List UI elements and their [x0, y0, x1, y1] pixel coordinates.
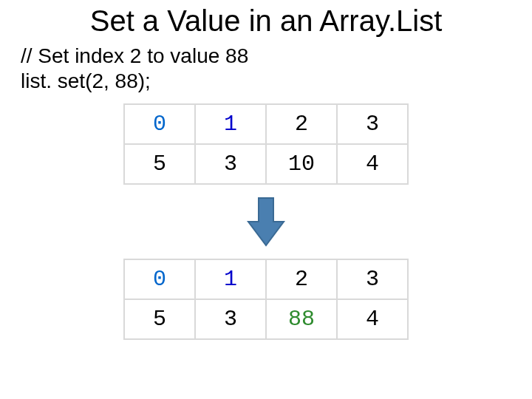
value-cell: 3 [195, 299, 266, 339]
array-before-index-row: 0 1 2 3 [124, 104, 408, 144]
value-cell: 5 [124, 299, 195, 339]
code-comment: // Set index 2 to value 88 [21, 44, 532, 69]
index-cell: 1 [195, 104, 266, 144]
index-cell: 1 [195, 259, 266, 299]
index-cell: 2 [266, 104, 337, 144]
code-statement: list. set(2, 88); [21, 69, 532, 94]
value-cell: 4 [337, 299, 408, 339]
array-after-table: 0 1 2 3 5 3 88 4 [123, 259, 409, 340]
value-cell: 5 [124, 144, 195, 184]
index-cell: 2 [266, 259, 337, 299]
slide-title: Set a Value in an Array.List [0, 4, 532, 38]
value-cell: 4 [337, 144, 408, 184]
index-cell: 3 [337, 259, 408, 299]
code-block: // Set index 2 to value 88 list. set(2, … [21, 44, 532, 93]
array-before-value-row: 5 3 10 4 [124, 144, 408, 184]
array-after-index-row: 0 1 2 3 [124, 259, 408, 299]
array-after-value-row: 5 3 88 4 [124, 299, 408, 339]
value-cell: 3 [195, 144, 266, 184]
index-cell: 0 [124, 104, 195, 144]
value-cell-changed: 88 [266, 299, 337, 339]
value-cell: 10 [266, 144, 337, 184]
array-before-table: 0 1 2 3 5 3 10 4 [123, 103, 409, 185]
index-cell: 3 [337, 104, 408, 144]
index-cell: 0 [124, 259, 195, 299]
down-arrow-icon [244, 195, 288, 248]
